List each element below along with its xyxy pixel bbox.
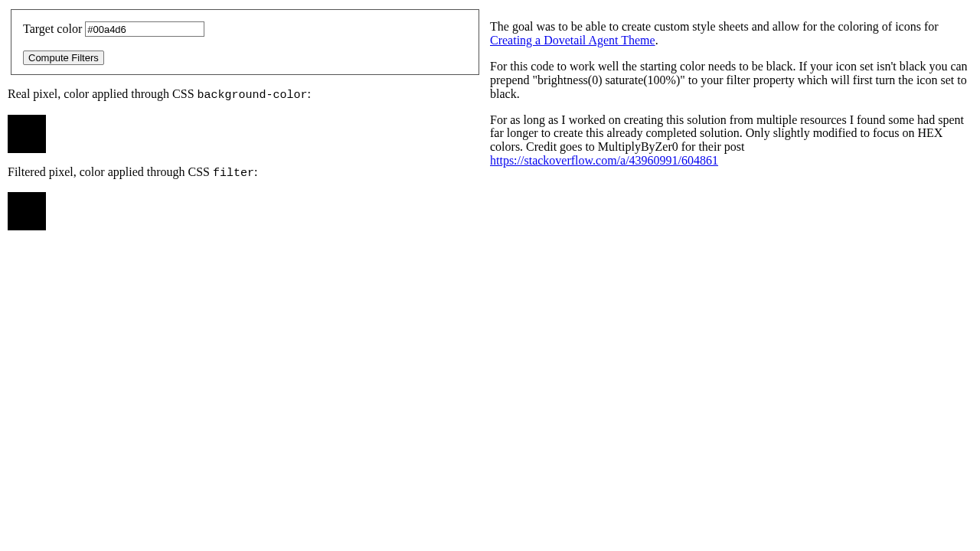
compute-filters-button[interactable]: Compute Filters — [23, 51, 104, 65]
compute-form: Target color Compute Filters — [11, 9, 479, 75]
filtered-pixel-text-suffix: : — [254, 165, 257, 178]
p1-suffix: . — [655, 34, 658, 47]
real-pixel-swatch — [8, 115, 46, 153]
real-pixel-text-suffix: : — [308, 87, 311, 100]
target-color-input[interactable] — [85, 21, 204, 37]
dovetail-theme-link[interactable]: Creating a Dovetail Agent Theme — [490, 34, 655, 47]
paragraph-credit: For as long as I worked on creating this… — [490, 113, 969, 168]
filtered-pixel-label: Filtered pixel, color applied through CS… — [8, 165, 482, 181]
filtered-pixel-text-prefix: Filtered pixel, color applied through CS… — [8, 165, 213, 178]
real-pixel-text-prefix: Real pixel, color applied through CSS — [8, 87, 198, 100]
p3-prefix: For as long as I worked on creating this… — [490, 113, 964, 154]
p1-prefix: The goal was to be able to create custom… — [490, 20, 939, 33]
stackoverflow-link[interactable]: https://stackoverflow.com/a/43960991/604… — [490, 154, 718, 167]
filtered-pixel-code: filter — [213, 167, 254, 180]
left-column: Target color Compute Filters Real pixel,… — [0, 8, 482, 243]
filtered-pixel-swatch — [8, 192, 46, 230]
real-pixel-label: Real pixel, color applied through CSS ba… — [8, 87, 482, 103]
target-color-label: Target color — [23, 22, 82, 35]
right-column: The goal was to be able to create custom… — [482, 8, 972, 243]
real-pixel-code: background-color — [198, 89, 308, 102]
paragraph-starting-color: For this code to work well the starting … — [490, 60, 969, 101]
paragraph-goal: The goal was to be able to create custom… — [490, 20, 969, 47]
